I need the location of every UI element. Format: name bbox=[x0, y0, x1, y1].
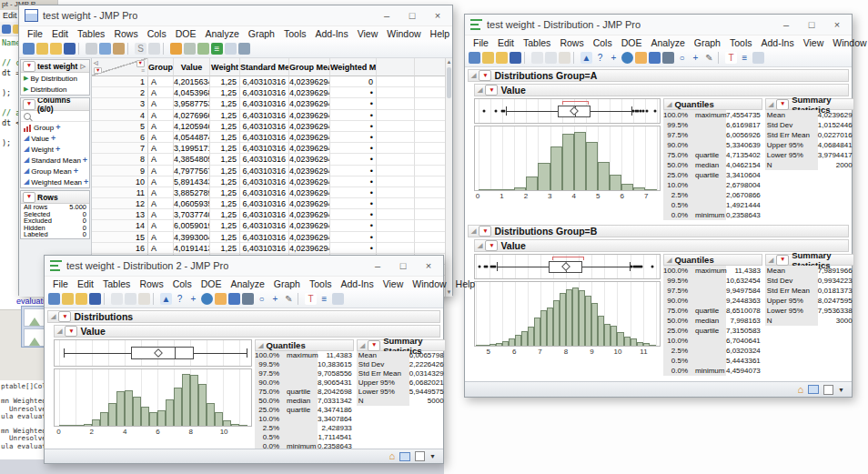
data-cell[interactable]: 1,25 bbox=[210, 154, 240, 165]
table-row[interactable]: 14A6,00590191,256,403103164,02396294• bbox=[92, 220, 445, 231]
data-cell[interactable]: 4,20156346 bbox=[174, 76, 210, 87]
window-list-icon[interactable] bbox=[808, 385, 819, 394]
data-cell[interactable]: 4,02396294 bbox=[289, 132, 330, 143]
histogram-bar[interactable] bbox=[515, 335, 521, 346]
summary-icon[interactable]: ≡ bbox=[211, 43, 223, 55]
row-number-cell[interactable]: 5 bbox=[92, 121, 148, 132]
rows-panel-header[interactable]: ▼ Rows bbox=[21, 191, 89, 204]
data-cell[interactable]: 1,25 bbox=[210, 220, 240, 231]
row-number-cell[interactable]: 12 bbox=[92, 198, 148, 209]
menu-add-ins[interactable]: Add-Ins bbox=[336, 278, 378, 289]
data-cell[interactable]: 1,25 bbox=[210, 166, 240, 176]
data-cell[interactable]: 5,89143434 bbox=[174, 176, 210, 187]
home-icon[interactable]: ⌂ bbox=[797, 385, 803, 395]
outlier-point[interactable] bbox=[483, 110, 486, 113]
disclosure-icon[interactable]: ◢ bbox=[471, 227, 476, 235]
data-cell[interactable]: 3,19951711 bbox=[174, 143, 210, 154]
data-cell[interactable]: • bbox=[330, 198, 377, 209]
histogram-bar[interactable] bbox=[76, 425, 84, 426]
disclosure-icon[interactable]: ◢ bbox=[478, 86, 482, 94]
histogram-bar[interactable] bbox=[560, 293, 566, 346]
outlier-point[interactable] bbox=[651, 266, 653, 268]
data-cell[interactable]: 1,25 bbox=[210, 110, 240, 121]
data-cell[interactable] bbox=[377, 243, 415, 254]
data-cell[interactable]: A bbox=[148, 187, 174, 198]
histogram-bar[interactable] bbox=[108, 403, 116, 426]
menu-tools[interactable]: Tools bbox=[279, 28, 311, 39]
disclosure-icon[interactable]: ◢ bbox=[769, 101, 773, 108]
data-cell[interactable]: • bbox=[330, 166, 377, 176]
data-cell[interactable]: 4,04539686 bbox=[174, 87, 210, 98]
data-cell[interactable]: 1,25 bbox=[210, 243, 240, 254]
histogram-bar[interactable] bbox=[566, 289, 572, 346]
menu-tables[interactable]: Tables bbox=[73, 28, 109, 39]
row-number-cell[interactable]: 4 bbox=[92, 110, 148, 121]
data-cell[interactable] bbox=[377, 121, 415, 132]
data-cell[interactable]: A bbox=[148, 143, 174, 154]
data-cell[interactable]: 6,40310316 bbox=[240, 110, 289, 121]
histogram-bar[interactable] bbox=[125, 390, 133, 426]
data-cell[interactable] bbox=[377, 187, 415, 198]
script-toolbar-icon-1[interactable] bbox=[2, 25, 11, 34]
paste-disabled-icon[interactable] bbox=[559, 52, 570, 64]
data-cell[interactable] bbox=[377, 176, 415, 187]
data-cell[interactable]: 4,02396294 bbox=[289, 198, 330, 209]
table-row[interactable]: 2A4,045396861,256,403103164,02396294• bbox=[92, 87, 445, 98]
data-cell[interactable]: A bbox=[148, 76, 174, 87]
data-cell[interactable]: 4,0605935 bbox=[174, 198, 210, 209]
data-cell[interactable] bbox=[377, 154, 415, 165]
histogram-bar[interactable] bbox=[502, 189, 514, 190]
new-journal-icon[interactable] bbox=[482, 52, 494, 64]
data-cell[interactable]: 4,02396294 bbox=[289, 87, 330, 98]
maximize-button[interactable]: □ bbox=[390, 257, 416, 274]
column-item-standard-mean[interactable]: ◢Standard Mean+ bbox=[21, 155, 89, 166]
magnifier-icon[interactable]: ○ bbox=[676, 52, 688, 64]
data-cell[interactable]: 6,40310316 bbox=[240, 76, 289, 87]
histogram-bar[interactable] bbox=[482, 345, 489, 346]
data-cell[interactable]: 1,25 bbox=[210, 121, 240, 132]
column-item-value[interactable]: ◢Value+ bbox=[21, 133, 89, 144]
copy-icon[interactable] bbox=[99, 43, 111, 55]
red-triangle-menu[interactable]: ▼ bbox=[65, 326, 77, 337]
data-cell[interactable] bbox=[415, 166, 445, 176]
data-cell[interactable]: 4,01914134 bbox=[174, 243, 210, 254]
data-cell[interactable]: A bbox=[148, 198, 174, 209]
data-cell[interactable]: A bbox=[148, 98, 174, 109]
table-row[interactable]: 3A3,95877531,256,403103164,02396294• bbox=[92, 98, 445, 109]
table-row[interactable]: 12A4,06059351,256,403103164,02396294• bbox=[92, 198, 445, 209]
histogram-bar[interactable] bbox=[521, 331, 528, 346]
outlier-point[interactable] bbox=[641, 266, 643, 268]
data-cell[interactable] bbox=[377, 198, 415, 209]
histogram-bar[interactable] bbox=[633, 187, 645, 190]
data-cell[interactable]: 6,40310316 bbox=[240, 154, 289, 165]
outlier-point[interactable] bbox=[486, 266, 489, 268]
data-cell[interactable]: 3,70377406 bbox=[174, 209, 210, 220]
data-cell[interactable]: • bbox=[330, 220, 377, 231]
distribution-window[interactable]: test weight - Distribution - JMP Pro – □… bbox=[464, 14, 853, 398]
report-checkbox[interactable] bbox=[823, 385, 833, 395]
histogram-bar[interactable] bbox=[215, 412, 223, 426]
table-row[interactable]: 4A4,027696641,256,403103164,02396294• bbox=[92, 110, 445, 121]
collapse-chevron-icon[interactable]: ▷ bbox=[81, 63, 87, 70]
histogram-bar[interactable] bbox=[604, 324, 611, 346]
data-cell[interactable]: A bbox=[148, 176, 174, 187]
table-row[interactable]: 6A4,054487411,256,403103164,02396294• bbox=[92, 132, 445, 143]
maximize-button[interactable]: □ bbox=[399, 7, 425, 24]
save-icon[interactable] bbox=[64, 43, 76, 55]
new-journal-icon[interactable] bbox=[62, 293, 74, 305]
red-triangle-menu[interactable]: ▼ bbox=[23, 99, 35, 110]
distribution2-window[interactable]: test weight - Distribution 2 - JMP Pro –… bbox=[44, 255, 444, 464]
globe-icon[interactable] bbox=[621, 52, 633, 64]
data-cell[interactable]: 6,40310316 bbox=[240, 166, 289, 176]
globe-icon[interactable] bbox=[201, 293, 213, 305]
data-cell[interactable] bbox=[415, 121, 445, 132]
data-cell[interactable]: 4,02396294 bbox=[289, 76, 330, 87]
red-triangle-menu[interactable]: ▼ bbox=[23, 192, 35, 203]
open-icon[interactable] bbox=[76, 293, 87, 305]
row-number-cell[interactable]: 15 bbox=[92, 232, 148, 243]
histogram-bar[interactable] bbox=[133, 397, 141, 426]
histogram-bar[interactable] bbox=[617, 332, 623, 346]
column-header-group-mean[interactable]: Group Mean bbox=[289, 58, 330, 76]
data-cell[interactable]: • bbox=[330, 98, 377, 109]
histogram-bar[interactable] bbox=[509, 338, 515, 346]
